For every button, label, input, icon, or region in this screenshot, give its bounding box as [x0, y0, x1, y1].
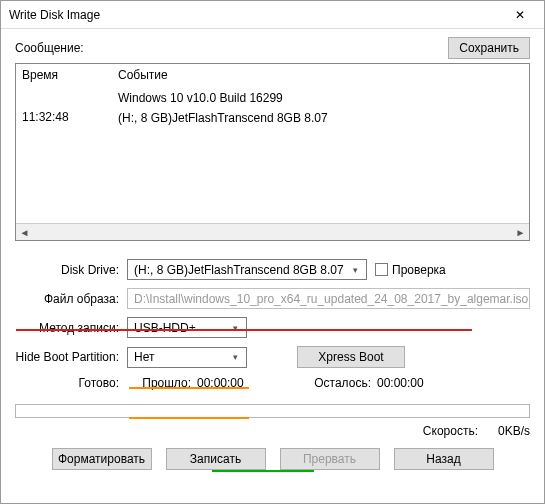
drive-label: Disk Drive: [15, 263, 127, 277]
titlebar: Write Disk Image ✕ [1, 1, 544, 29]
log-time [22, 90, 118, 106]
abort-button: Прервать [280, 448, 380, 470]
save-button[interactable]: Сохранить [448, 37, 530, 59]
format-button[interactable]: Форматировать [52, 448, 152, 470]
back-button[interactable]: Назад [394, 448, 494, 470]
drive-value: (H:, 8 GB)JetFlashTranscend 8GB 8.07 [134, 263, 348, 277]
method-select[interactable]: USB-HDD+ ▾ [127, 317, 247, 338]
drive-select[interactable]: (H:, 8 GB)JetFlashTranscend 8GB 8.07 ▾ [127, 259, 367, 280]
chevron-down-icon: ▾ [228, 323, 242, 333]
window-title: Write Disk Image [9, 8, 500, 22]
window: Write Disk Image ✕ Сообщение: Сохранить … [0, 0, 545, 504]
log-box: Время Событие Windows 10 v10.0 Build 162… [15, 63, 530, 241]
file-input: D:\Install\windows_10_pro_x64_ru_updated… [127, 288, 530, 309]
close-icon: ✕ [515, 8, 525, 22]
highlight-orange [129, 387, 249, 389]
message-label: Сообщение: [15, 41, 448, 55]
remain-label: Осталось: [307, 376, 377, 390]
write-button[interactable]: Записать [166, 448, 266, 470]
speed-label: Скорость: [423, 424, 478, 438]
verify-label: Проверка [392, 263, 446, 277]
log-time: 11:32:48 [22, 110, 118, 126]
hide-select[interactable]: Нет ▾ [127, 347, 247, 368]
verify-checkbox[interactable]: Проверка [375, 263, 446, 277]
checkbox-icon [375, 263, 388, 276]
highlight-orange [129, 417, 249, 419]
method-label: Метод записи: [15, 321, 127, 335]
col-event: Событие [118, 68, 523, 82]
scroll-track[interactable] [33, 224, 512, 240]
progress-bar [15, 404, 530, 418]
chevron-down-icon: ▾ [348, 265, 362, 275]
highlight-red [16, 329, 472, 331]
chevron-down-icon: ▾ [228, 352, 242, 362]
log-event: Windows 10 v10.0 Build 16299 [118, 90, 523, 106]
method-value: USB-HDD+ [134, 321, 228, 335]
scroll-right-icon[interactable]: ► [512, 224, 529, 240]
ready-label: Готово: [15, 376, 127, 390]
highlight-green [212, 470, 314, 472]
speed-value: 0KB/s [498, 424, 530, 438]
hide-value: Нет [134, 350, 228, 364]
remain-value: 00:00:00 [377, 376, 487, 390]
hide-label: Hide Boot Partition: [15, 350, 127, 364]
log-event: (H:, 8 GB)JetFlashTranscend 8GB 8.07 [118, 110, 523, 126]
log-body: Windows 10 v10.0 Build 16299 11:32:48 (H… [16, 86, 529, 223]
col-time: Время [22, 68, 118, 82]
log-row: 11:32:48 (H:, 8 GB)JetFlashTranscend 8GB… [22, 108, 523, 128]
close-button[interactable]: ✕ [500, 2, 540, 28]
xpress-boot-button[interactable]: Xpress Boot [297, 346, 405, 368]
h-scrollbar[interactable]: ◄ ► [16, 223, 529, 240]
log-row: Windows 10 v10.0 Build 16299 [22, 88, 523, 108]
file-label: Файл образа: [15, 292, 127, 306]
scroll-left-icon[interactable]: ◄ [16, 224, 33, 240]
